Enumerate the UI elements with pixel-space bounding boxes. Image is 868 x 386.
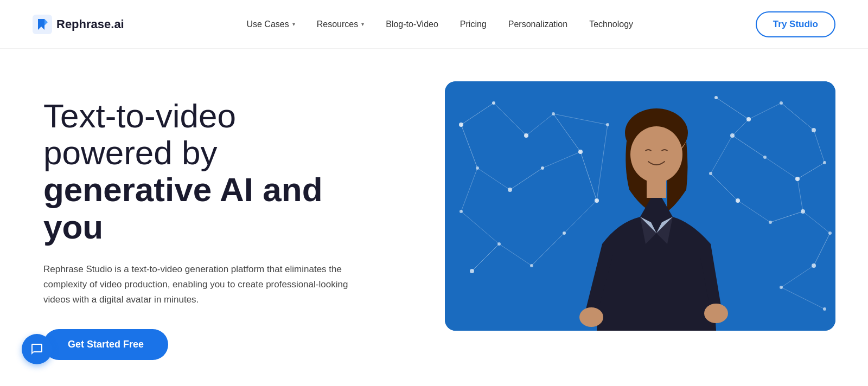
headline-line4: you (43, 208, 103, 246)
hero-section: Text-to-video powered by generative AI a… (0, 49, 868, 360)
logo[interactable]: Rephrase.ai (33, 15, 124, 34)
svg-point-72 (704, 304, 728, 323)
hero-headline: Text-to-video powered by generative AI a… (43, 98, 391, 246)
svg-rect-70 (647, 176, 666, 198)
hero-description: Rephrase Studio is a text-to-video gener… (43, 262, 358, 307)
nav-resources[interactable]: Resources ▾ (317, 20, 364, 29)
svg-point-71 (579, 307, 603, 327)
chat-bubble-button[interactable] (22, 334, 52, 364)
headline-line1: Text-to-video (43, 97, 236, 134)
headline-line2: powered by (43, 134, 218, 171)
main-nav: Use Cases ▾ Resources ▾ Blog-to-Video Pr… (246, 20, 633, 29)
headline-line3: generative AI and (43, 171, 323, 208)
get-started-button[interactable]: Get Started Free (43, 329, 168, 360)
nav-technology[interactable]: Technology (589, 20, 633, 29)
site-header: Rephrase.ai Use Cases ▾ Resources ▾ Blog… (0, 0, 868, 49)
hero-right (423, 81, 835, 331)
nav-pricing[interactable]: Pricing (460, 20, 487, 29)
chevron-down-icon: ▾ (361, 21, 364, 27)
logo-text: Rephrase.ai (56, 17, 124, 31)
hero-left: Text-to-video powered by generative AI a… (43, 81, 391, 360)
hero-video (445, 81, 835, 331)
chat-icon (30, 343, 43, 356)
logo-icon (33, 15, 52, 34)
chevron-down-icon: ▾ (292, 21, 295, 27)
nav-use-cases[interactable]: Use Cases ▾ (246, 20, 295, 29)
network-background (445, 81, 835, 331)
nav-blog-to-video[interactable]: Blog-to-Video (386, 20, 438, 29)
try-studio-button[interactable]: Try Studio (756, 11, 835, 37)
svg-point-69 (630, 126, 682, 183)
nav-personalization[interactable]: Personalization (508, 20, 567, 29)
